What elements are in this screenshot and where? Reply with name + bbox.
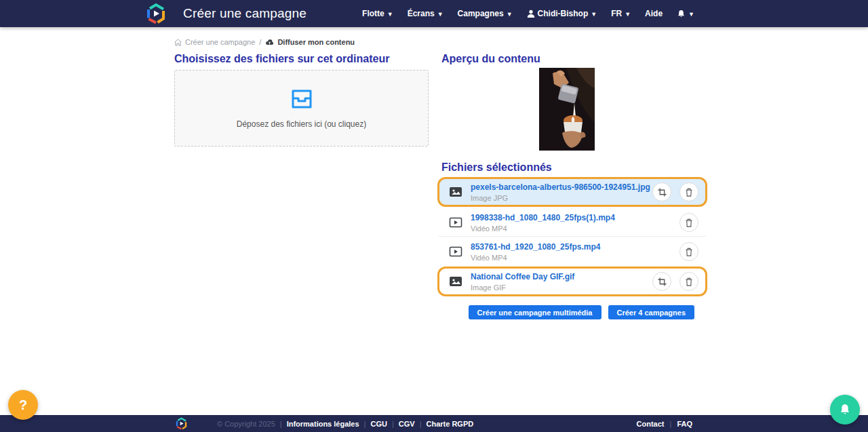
delete-button[interactable] — [679, 213, 698, 232]
file-row[interactable]: 1998338-hd_1080_1480_25fps(1).mp4 Vidéo … — [437, 207, 707, 237]
chevron-down-icon: ▼ — [387, 11, 393, 18]
nav-item-notifications[interactable]: ▼ — [677, 9, 694, 18]
footer-link-informations-legales[interactable]: Informations légales — [287, 420, 359, 428]
chevron-down-icon: ▼ — [591, 11, 597, 18]
trash-icon — [685, 248, 693, 256]
file-type-label: Vidéo MP4 — [471, 254, 679, 262]
footer: © Copyright 2025 | Informations légales … — [0, 415, 868, 432]
footer-link-cgu[interactable]: CGU — [370, 420, 387, 428]
file-name-link[interactable]: 853761-hd_1920_1080_25fps.mp4 — [471, 241, 679, 252]
question-mark-icon: ? — [19, 397, 27, 413]
content-preview-image — [539, 68, 595, 151]
trash-icon — [685, 188, 693, 197]
dropzone-label: Déposez des fichiers ici (ou cliquez) — [237, 119, 366, 129]
delete-button[interactable] — [679, 182, 698, 201]
chevron-down-icon: ▼ — [437, 11, 443, 18]
inbox-tray-icon — [290, 88, 314, 110]
create-multimedia-campaign-button[interactable]: Créer une campagne multimédia — [469, 305, 601, 319]
video-file-icon — [449, 246, 462, 257]
footer-link-charte-rgpd[interactable]: Charte RGPD — [426, 420, 473, 428]
image-file-icon — [449, 276, 462, 287]
breadcrumb-current[interactable]: Diffuser mon contenu — [265, 38, 355, 46]
file-dropzone[interactable]: Déposez des fichiers ici (ou cliquez) — [174, 70, 429, 146]
help-fab-button[interactable]: ? — [8, 390, 38, 420]
footer-logo-icon — [175, 417, 188, 430]
nav-item-flotte[interactable]: Flotte▼ — [362, 9, 393, 18]
footer-link-cgv[interactable]: CGV — [399, 420, 415, 428]
breadcrumb-home[interactable]: Créer une campagne — [174, 38, 255, 46]
footer-link-faq[interactable]: FAQ — [677, 420, 692, 428]
trash-icon — [685, 218, 693, 227]
home-icon — [174, 39, 182, 46]
nav-item-aide[interactable]: Aide — [645, 9, 663, 18]
file-row[interactable]: National Coffee Day GIF.gif Image GIF — [437, 267, 707, 296]
chevron-down-icon: ▼ — [688, 11, 694, 18]
file-row[interactable]: 853761-hd_1920_1080_25fps.mp4 Vidéo MP4 — [437, 237, 707, 267]
chevron-down-icon: ▼ — [507, 11, 513, 18]
nav-item-user-menu[interactable]: Chidi-Bishop▼ — [527, 9, 597, 18]
trash-icon — [685, 277, 693, 286]
bell-icon — [677, 9, 686, 18]
nav-menu: Flotte▼ Écrans▼ Campagnes▼ Chidi-Bishop▼… — [362, 9, 694, 18]
file-name-link[interactable]: National Coffee Day GIF.gif — [471, 271, 652, 282]
top-navbar: Créer une campagne Flotte▼ Écrans▼ Campa… — [0, 0, 868, 27]
bell-icon — [839, 404, 851, 416]
actions-bar: Créer une campagne multimédia Créer 4 ca… — [0, 305, 694, 319]
chevron-down-icon: ▼ — [625, 11, 631, 18]
cloud-upload-icon — [265, 39, 274, 46]
crop-icon — [658, 277, 667, 286]
nav-item-campagnes[interactable]: Campagnes▼ — [458, 9, 513, 18]
user-icon — [527, 9, 535, 18]
breadcrumb-separator: / — [259, 38, 261, 46]
file-type-label: Image JPG — [471, 194, 652, 202]
file-type-label: Image GIF — [471, 283, 652, 292]
delete-button[interactable] — [679, 242, 698, 261]
crop-icon — [658, 188, 667, 197]
create-campaigns-button[interactable]: Créer 4 campagnes — [608, 305, 695, 319]
uploader-heading: Choisissez des fichiers sur cet ordinate… — [174, 53, 389, 65]
footer-link-contact[interactable]: Contact — [637, 420, 665, 428]
image-file-icon — [449, 186, 462, 197]
nav-item-language[interactable]: FR▼ — [611, 9, 631, 18]
file-row[interactable]: pexels-barcelona-albertus-986500-1924951… — [437, 177, 707, 207]
breadcrumb: Créer une campagne / Diffuser mon conten… — [174, 38, 355, 46]
delete-button[interactable] — [679, 272, 698, 291]
crop-button[interactable] — [652, 182, 671, 201]
selected-files-list: pexels-barcelona-albertus-986500-1924951… — [437, 177, 707, 296]
video-file-icon — [449, 217, 462, 228]
file-name-link[interactable]: 1998338-hd_1080_1480_25fps(1).mp4 — [471, 212, 679, 223]
selected-files-heading: Fichiers sélectionnés — [441, 161, 552, 174]
crop-button[interactable] — [652, 272, 671, 291]
notification-fab-button[interactable] — [830, 395, 860, 425]
file-type-label: Vidéo MP4 — [471, 224, 679, 233]
copyright-text: © Copyright 2025 — [217, 420, 275, 428]
page-title: Créer une campagne — [183, 6, 307, 21]
nav-item-ecrans[interactable]: Écrans▼ — [408, 9, 443, 18]
file-name-link[interactable]: pexels-barcelona-albertus-986500-1924951… — [471, 182, 652, 193]
preview-heading: Aperçu du contenu — [441, 53, 540, 65]
app-logo-icon[interactable] — [145, 3, 167, 24]
